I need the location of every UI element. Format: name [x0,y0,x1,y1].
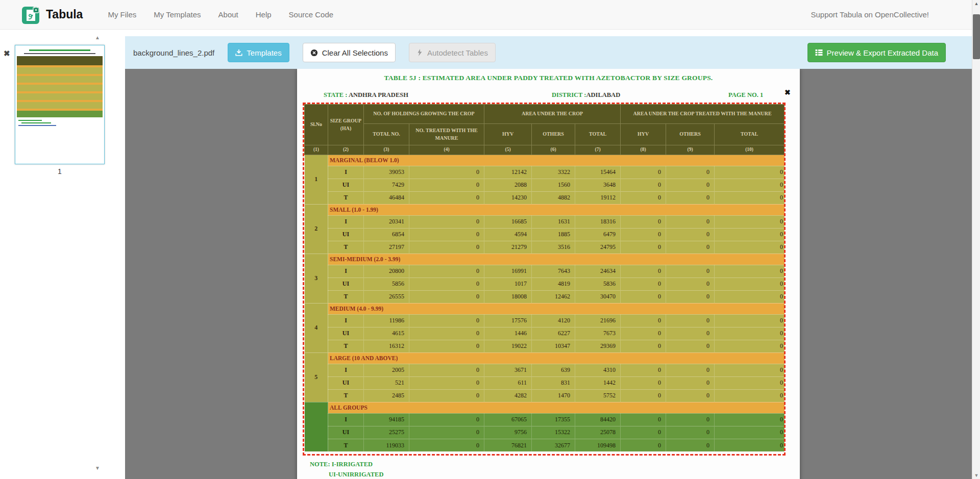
nav-item-my-templates[interactable]: My Templates [146,5,208,24]
table-list-icon [815,49,823,56]
tabula-logo-icon[interactable] [21,5,41,24]
clear-selections-label: Clear All Selections [322,48,388,57]
page-scrollbar[interactable]: ▲ ▼ [972,0,980,479]
nav-item-help[interactable]: Help [248,5,279,24]
brand-title[interactable]: Tabula [46,8,83,21]
sidebar-scroll-up-icon[interactable]: ▲ [92,35,103,40]
pdf-note-line2: UI-UNIRRIGATED [329,471,383,478]
scrollbar-thumb[interactable] [973,14,980,59]
state-field: STATE : ANDHRA PRADESH [324,91,408,99]
state-label: STATE : [324,91,347,98]
state-value: ANDHRA PRADESH [349,91,408,98]
page-number-label: 1 [15,167,105,175]
sidebar-scroll-down-icon[interactable]: ▼ [92,465,103,471]
thumb-title-line [29,49,90,51]
navbar: Tabula My FilesMy TemplatesAboutHelpSour… [0,0,980,30]
main-area: background_lines_2.pdf Templates Clear A… [125,30,972,479]
clear-selections-button[interactable]: Clear All Selections [303,43,396,62]
remove-circle-icon [310,49,318,57]
district-field: DISTRICT :ADILABAD [552,91,620,99]
autodetect-tables-button[interactable]: Autodetect Tables [409,43,496,62]
pdf-table-title: TABLE 5J : ESTIMATED AREA UNDER PADDY TR… [297,74,800,82]
nav-items: My FilesMy TemplatesAboutHelpSource Code [100,5,341,24]
flash-icon [416,49,423,56]
selection-close-icon[interactable]: ✖ [785,88,791,96]
autodetect-tables-label: Autodetect Tables [427,48,488,57]
selection-box[interactable] [303,103,786,456]
pdf-note-line1: NOTE: I-IRRIGATED [310,461,373,468]
remove-page-icon[interactable]: ✖ [4,49,10,58]
scrollbar-up-icon[interactable]: ▲ [972,1,980,6]
save-icon [235,49,242,56]
thumb-note-line [21,122,51,123]
preview-export-button[interactable]: Preview & Export Extracted Data [807,43,946,62]
nav-item-source-code[interactable]: Source Code [281,5,341,24]
thumb-note-line [18,125,56,126]
nav-item-about[interactable]: About [211,5,246,24]
scrollbar-down-icon[interactable]: ▼ [972,473,980,478]
page-thumbnail[interactable] [15,45,105,164]
thumb-meta-line [24,53,95,54]
district-value: ADILABAD [586,91,621,98]
filename-label: background_lines_2.pdf [133,48,214,57]
toolbar: background_lines_2.pdf Templates Clear A… [125,36,972,69]
thumb-table [17,56,103,117]
page-no-label: PAGE NO. 1 [728,91,763,99]
district-label: DISTRICT : [552,91,586,98]
preview-export-label: Preview & Export Extracted Data [827,48,938,57]
support-link[interactable]: Support Tabula on OpenCollective! [811,10,929,19]
pdf-viewer: TABLE 5J : ESTIMATED AREA UNDER PADDY TR… [125,69,972,479]
nav-item-my-files[interactable]: My Files [100,5,144,24]
sidebar: ✖ 1 ▲ ▼ [0,30,125,479]
templates-button[interactable]: Templates [228,43,289,62]
templates-button-label: Templates [247,48,281,57]
thumb-note-line [18,120,42,121]
pdf-page[interactable]: TABLE 5J : ESTIMATED AREA UNDER PADDY TR… [297,69,800,479]
